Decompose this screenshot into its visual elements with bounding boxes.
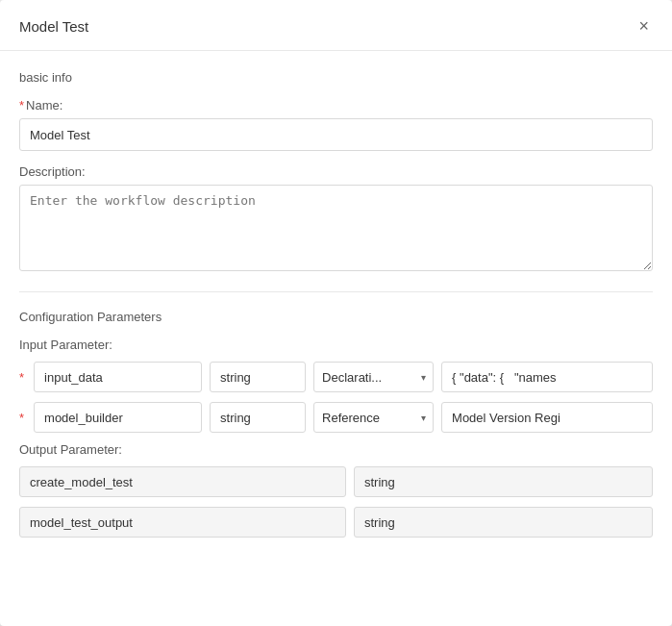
input-param-dropdown-wrapper-2: Declarati... Reference Expression Consta… [313, 402, 434, 433]
dialog-header: Model Test × [0, 0, 672, 51]
output-param-row-2 [19, 507, 653, 538]
input-param-value-1[interactable] [441, 362, 653, 392]
name-required-star: * [19, 98, 24, 113]
output-param-label: Output Parameter: [19, 442, 653, 457]
config-section-title: Configuration Parameters [19, 310, 653, 324]
name-label: * Name: [19, 98, 653, 113]
dialog-body: basic info * Name: Description: Configur… [0, 51, 672, 626]
name-input[interactable] [19, 118, 653, 151]
output-param-type-1 [354, 466, 653, 497]
input-param-label: Input Parameter: [19, 338, 653, 352]
input-param-name-2[interactable] [34, 402, 202, 433]
description-label: Description: [19, 164, 653, 179]
input-param-value-2[interactable] [441, 402, 653, 433]
row1-required-star: * [19, 370, 24, 385]
row2-required-star: * [19, 411, 24, 425]
output-param-name-1 [19, 466, 346, 497]
input-param-dropdown-1[interactable]: Declarati... Reference Expression Consta… [313, 362, 434, 392]
close-button[interactable]: × [635, 15, 653, 37]
input-param-row-2: * Declarati... Reference Expression Cons… [19, 402, 653, 433]
input-param-type-2[interactable] [210, 402, 306, 433]
output-param-type-2 [354, 507, 653, 538]
input-param-dropdown-wrapper-1: Declarati... Reference Expression Consta… [313, 362, 434, 392]
input-param-dropdown-2[interactable]: Declarati... Reference Expression Consta… [313, 402, 434, 433]
output-param-name-2 [19, 507, 346, 538]
input-param-row-1: * Declarati... Reference Expression Cons… [19, 362, 653, 392]
dialog-title: Model Test [19, 18, 88, 35]
model-test-dialog: Model Test × basic info * Name: Descript… [0, 0, 672, 626]
description-textarea[interactable] [19, 185, 653, 271]
basic-info-title: basic info [19, 70, 653, 85]
input-param-type-1[interactable] [210, 362, 306, 392]
name-field-group: * Name: [19, 98, 653, 151]
section-divider [19, 291, 653, 292]
input-param-name-1[interactable] [34, 362, 202, 392]
description-field-group: Description: [19, 164, 653, 274]
output-param-row-1 [19, 466, 653, 497]
